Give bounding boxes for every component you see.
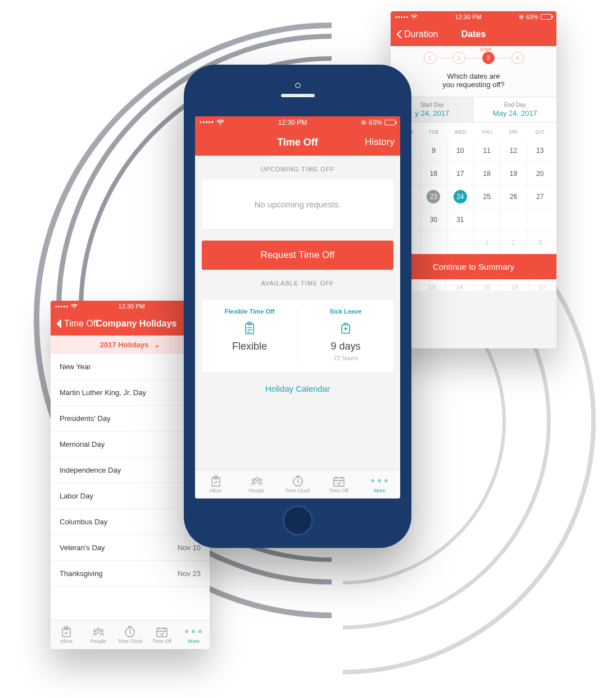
tab-label: Inbox <box>209 488 221 493</box>
continue-button[interactable]: Continue to Summary <box>391 254 556 279</box>
calendar-day[interactable]: 1 <box>474 232 500 254</box>
tab-more[interactable]: ∘∘∘More <box>359 470 400 498</box>
history-link[interactable]: History <box>365 137 395 148</box>
status-time: 12:30 PM <box>119 303 145 310</box>
tab-people[interactable]: People <box>236 470 277 498</box>
calendar-day <box>447 232 474 254</box>
calendar-day[interactable]: 3 <box>527 232 553 254</box>
end-day-tab[interactable]: End Day May 24, 2017 <box>474 97 557 123</box>
phone-device-frame: ••••• 12:30 PM ✻63% Time Off History UPC… <box>184 65 411 548</box>
calendar-day: 17 <box>529 279 556 291</box>
bluetooth-icon: ✻ <box>361 119 366 126</box>
calendar-day[interactable]: 20 <box>527 162 553 185</box>
tab-label: More <box>188 638 200 644</box>
wifi-icon <box>411 15 418 20</box>
status-bar: ••••• 12:30 PM ✻63% <box>195 116 400 129</box>
svg-point-12 <box>255 477 259 481</box>
calendar-day <box>527 209 553 232</box>
request-time-off-button[interactable]: Request Time Off <box>202 241 393 270</box>
tab-label: Time Off <box>329 488 348 493</box>
battery-pct: 63% <box>526 13 538 20</box>
weekday-header: THU <box>474 127 500 139</box>
tab-time-clock[interactable]: Time Clock <box>277 470 318 498</box>
calendar-day[interactable]: 27 <box>527 185 553 209</box>
battery-icon <box>384 120 396 125</box>
back-label: Time Off <box>64 319 98 329</box>
back-button[interactable]: Time Off <box>56 319 98 329</box>
tab-inbox[interactable]: Inbox <box>195 470 236 498</box>
calendar-day[interactable]: 17 <box>447 162 474 185</box>
calendar-day: 16 <box>501 279 529 291</box>
available-card: Flexible Time Off Flexible Sick Leave 9 … <box>202 300 393 373</box>
tab-icon: ∘∘∘ <box>188 626 200 637</box>
calendar: MONTUEWEDTHUFRISAT8910111213151617181920… <box>391 123 556 254</box>
tab-label: People <box>90 638 106 644</box>
available-section-header: AVAILABLE TIME OFF <box>195 270 400 293</box>
tab-icon <box>333 475 345 487</box>
step-dot-3: 3 <box>482 52 495 64</box>
tab-icon <box>60 626 73 637</box>
weekday-header: WED <box>447 127 473 139</box>
flexible-time-off-tile[interactable]: Flexible Time Off Flexible <box>202 308 297 361</box>
medical-icon <box>298 320 393 336</box>
sick-leave-tile[interactable]: Sick Leave 9 days 72 hours <box>297 308 393 361</box>
tab-label: Time Clock <box>285 488 310 493</box>
svg-point-14 <box>259 479 261 481</box>
calendar-day[interactable]: 12 <box>500 139 527 162</box>
tab-time-off[interactable]: Time Off <box>318 470 359 498</box>
back-button[interactable]: Duration <box>396 29 438 39</box>
calendar-day <box>474 209 500 232</box>
calendar-day[interactable]: 31 <box>447 209 474 232</box>
weekday-header: TUE <box>420 127 447 139</box>
tab-inbox[interactable]: Inbox <box>51 620 83 649</box>
wifi-icon <box>216 120 224 125</box>
holiday-row[interactable]: ThanksgivingNov 23 <box>51 561 210 587</box>
weekday-header: FRI <box>500 127 527 139</box>
step-dot-2: 2 <box>453 52 465 64</box>
holiday-calendar-link[interactable]: Holiday Calendar <box>195 373 400 405</box>
tab-time-clock[interactable]: Time Clock <box>114 620 146 649</box>
tab-icon <box>124 626 136 637</box>
calendar-day[interactable]: 18 <box>474 162 500 185</box>
calendar-day <box>500 209 527 232</box>
holiday-name: Thanksgiving <box>60 569 103 578</box>
calendar-day: 14 <box>446 279 473 291</box>
calendar-day[interactable]: 13 <box>527 139 553 162</box>
upcoming-section-header: UPCOMING TIME OFF <box>195 156 400 179</box>
dates-question: Which dates are you requesting off? <box>391 67 556 97</box>
calendar-day[interactable]: 9 <box>420 139 447 162</box>
calendar-day[interactable]: 30 <box>420 209 447 232</box>
holiday-row[interactable]: Veteran's DayNov 10 <box>51 535 210 561</box>
dates-screen: ••••• 12:30 PM ✻63% Duration Dates STEP … <box>391 11 556 348</box>
calendar-day[interactable]: 2 <box>500 232 527 254</box>
calendar-day[interactable]: 10 <box>447 139 474 162</box>
signal-icon: ••••• <box>395 13 409 20</box>
tab-people[interactable]: People <box>83 620 115 649</box>
step-dot-1: 1 <box>424 52 436 64</box>
tab-time-off[interactable]: Time Off <box>146 620 178 649</box>
calendar-day[interactable]: 11 <box>474 139 500 162</box>
bluetooth-icon: ✻ <box>519 13 524 21</box>
holiday-name: Labor Day <box>60 492 93 500</box>
status-bar: ••••• 12:30 PM ✻63% <box>391 11 556 22</box>
chevron-down-icon: ⌄ <box>154 341 160 349</box>
calendar-day[interactable]: 24 <box>447 185 474 209</box>
step-label: STEP <box>403 47 556 52</box>
phone-camera <box>295 83 301 88</box>
step-dot-4: 4 <box>511 52 524 64</box>
calendar-day[interactable]: 19 <box>500 162 527 185</box>
signal-icon: ••••• <box>200 119 214 126</box>
calendar-day[interactable]: 16 <box>420 162 447 185</box>
calendar-day[interactable]: 25 <box>474 185 500 209</box>
tab-icon <box>156 626 168 637</box>
tab-icon <box>292 475 304 487</box>
calendar-day[interactable]: 23 <box>420 185 447 209</box>
tab-label: Inbox <box>60 638 73 644</box>
holiday-name: New Year <box>60 362 91 371</box>
svg-point-3 <box>93 629 96 632</box>
tab-icon <box>210 475 222 487</box>
phone-home-button[interactable] <box>283 505 313 536</box>
holiday-date: Nov 23 <box>178 569 201 578</box>
tab-more[interactable]: ∘∘∘More <box>178 620 210 649</box>
calendar-day[interactable]: 26 <box>500 185 527 209</box>
